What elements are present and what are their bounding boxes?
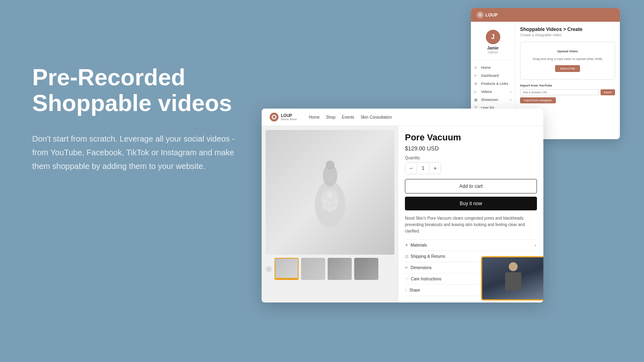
- svg-point-4: [326, 161, 334, 169]
- sub-text: Don't start from scratch. Leverage all y…: [32, 132, 242, 173]
- upload-box: Upload Video Drag and drop a mp4 video t…: [520, 42, 615, 80]
- avatar: J: [486, 30, 500, 44]
- product-title: Pore Vacuum: [405, 132, 537, 143]
- quantity-label: Quantity: [405, 156, 537, 160]
- chevron-down-icon: ∨: [510, 98, 512, 101]
- nav-item-products[interactable]: ⊕ Products & Links: [471, 80, 515, 88]
- person-body: [505, 272, 521, 290]
- buy-now-button[interactable]: Buy it now: [405, 197, 537, 210]
- quantity-increase-button[interactable]: +: [429, 162, 441, 174]
- thumbnail-1[interactable]: [275, 258, 299, 280]
- svg-point-1: [273, 116, 275, 118]
- svg-point-12: [333, 206, 337, 210]
- thumbnail-2[interactable]: [301, 258, 325, 280]
- home-icon: ⊙: [474, 66, 479, 70]
- svg-point-9: [333, 200, 337, 204]
- admin-user: J Jamie Admin: [471, 26, 515, 60]
- add-to-cart-button[interactable]: Add to cart: [405, 179, 537, 193]
- breadcrumb-sub: Create a shoppable video.: [520, 33, 615, 37]
- accordion-materials[interactable]: ✦ Materials ∨: [405, 240, 537, 251]
- nav-item-videos[interactable]: ▷ Videos ∨: [471, 88, 515, 96]
- import-instagram-button[interactable]: Import from Instagram: [520, 97, 556, 103]
- product-nav: LOUP Demo Store Home Shop Events Skin Co…: [262, 109, 543, 126]
- product-nav-links: Home Shop Events Skin Consultation: [309, 115, 392, 119]
- nav-item-home[interactable]: ⊙ Home: [471, 64, 515, 72]
- quantity-value: 1: [417, 164, 429, 173]
- import-label: Import from YouTube: [520, 84, 615, 87]
- thumb-prev-button[interactable]: ‹: [266, 266, 272, 272]
- admin-role: Admin: [474, 50, 512, 54]
- loup-logo-icon: ⊙: [477, 11, 484, 19]
- youtube-url-input[interactable]: [520, 89, 599, 95]
- products-icon: ⊕: [474, 82, 479, 86]
- nav-item-dashboard[interactable]: ≡ Dashboard: [471, 72, 515, 80]
- chevron-down-icon: ∨: [510, 90, 512, 93]
- shipping-icon: ⊡: [405, 254, 408, 259]
- nav-link-home[interactable]: Home: [309, 115, 320, 119]
- quantity-decrease-button[interactable]: −: [405, 162, 417, 174]
- product-nav-logo: LOUP Demo Store: [270, 113, 297, 121]
- care-icon: ♡: [405, 277, 409, 281]
- product-description: Nood Skin's Pore Vacuum clears congested…: [405, 215, 537, 234]
- video-content: [482, 257, 543, 299]
- video-person: [502, 262, 524, 294]
- thumb-active-bar: [275, 278, 298, 279]
- upload-label: Upload Video: [524, 49, 611, 53]
- import-section: Import from YouTube Import Import from I…: [520, 84, 615, 103]
- nav-item-showroom[interactable]: ▦ Showroom ∨: [471, 96, 515, 104]
- video-overlay[interactable]: [481, 256, 543, 300]
- import-button[interactable]: Import: [601, 89, 615, 95]
- admin-header: ⊙ LOUP: [471, 8, 620, 22]
- materials-icon: ✦: [405, 243, 408, 247]
- dashboard-icon: ≡: [474, 74, 479, 78]
- left-section: Pre-Recorded Shoppable videos Don't star…: [32, 64, 242, 173]
- showroom-icon: ▦: [474, 98, 479, 102]
- dimensions-icon: ✏: [405, 265, 408, 270]
- product-main-image: [266, 130, 394, 255]
- share-icon: ↑: [405, 288, 407, 292]
- quantity-control: − 1 +: [405, 162, 441, 174]
- svg-point-10: [323, 206, 327, 210]
- loup-store-logo-icon: [270, 113, 279, 121]
- select-file-button[interactable]: Select File: [555, 65, 580, 72]
- thumbnail-4[interactable]: [354, 258, 378, 280]
- product-image-section: ‹: [262, 126, 398, 302]
- product-device-image: [308, 152, 352, 232]
- main-heading: Pre-Recorded Shoppable videos: [32, 64, 242, 116]
- admin-logo: ⊙ LOUP: [477, 11, 498, 19]
- svg-point-6: [327, 193, 333, 198]
- svg-point-7: [323, 200, 327, 204]
- product-thumbnails: ‹: [266, 258, 394, 280]
- import-row: Import: [520, 89, 615, 95]
- person-head: [509, 262, 518, 271]
- nav-link-consultation[interactable]: Skin Consultation: [361, 115, 392, 119]
- product-page: LOUP Demo Store Home Shop Events Skin Co…: [262, 109, 543, 302]
- svg-point-8: [328, 202, 332, 206]
- thumbnail-3[interactable]: [328, 258, 352, 280]
- upload-drop-text: Drag and drop a mp4 video to upload (Max…: [524, 57, 611, 61]
- videos-icon: ▷: [474, 90, 479, 94]
- nav-link-events[interactable]: Events: [342, 115, 354, 119]
- svg-point-11: [328, 208, 332, 212]
- product-price: $129.00 USD: [405, 145, 537, 152]
- admin-name: Jamie: [474, 46, 512, 50]
- nav-link-shop[interactable]: Shop: [326, 115, 335, 119]
- breadcrumb: Shoppable Videos > Create: [520, 27, 615, 32]
- chevron-down-icon: ∨: [534, 243, 537, 247]
